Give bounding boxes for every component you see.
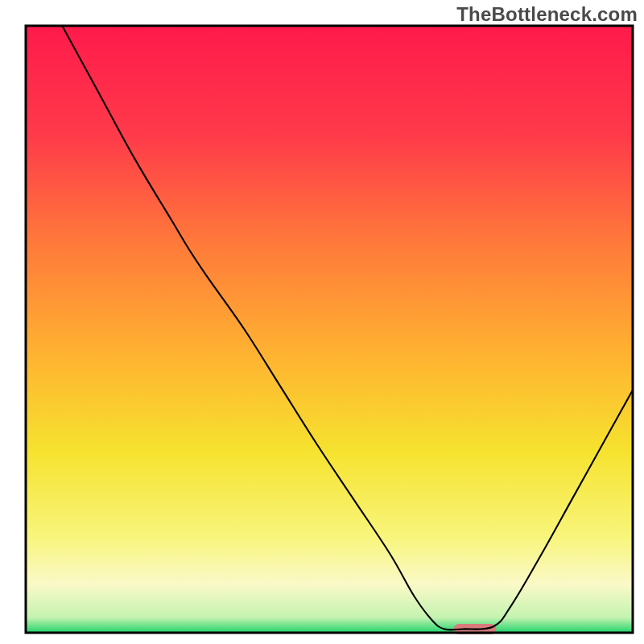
chart-background-gradient — [26, 26, 633, 633]
bottleneck-chart — [0, 0, 644, 644]
